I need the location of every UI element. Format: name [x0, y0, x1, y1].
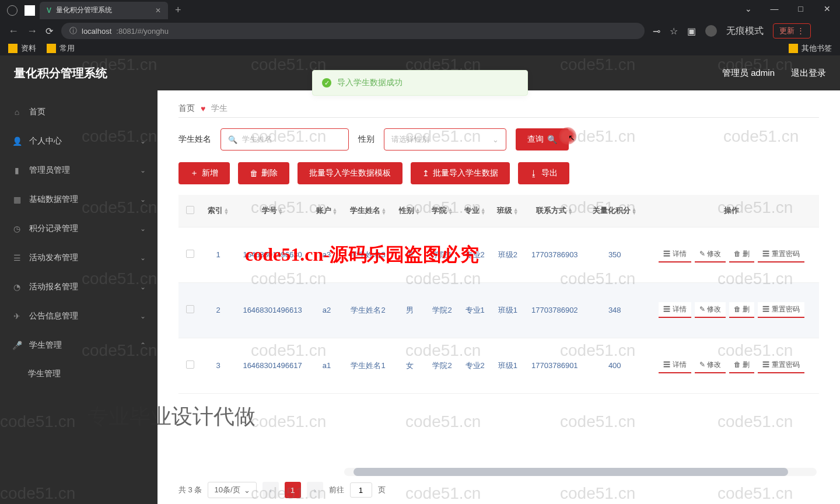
page-number[interactable]: 1 — [285, 482, 301, 498]
sort-icon[interactable]: ▲▼ — [382, 208, 387, 215]
export-button[interactable]: ⭳导出 — [518, 162, 569, 184]
edit-button[interactable]: ✎ 修改 — [695, 302, 726, 318]
chevron-down-icon[interactable]: ⌄ — [735, 0, 761, 18]
table-header[interactable]: 学生姓名▲▼ — [343, 195, 393, 227]
close-tab-icon[interactable]: ✕ — [155, 6, 161, 15]
horizontal-scrollbar[interactable] — [344, 468, 817, 476]
tab-placeholder-icon[interactable] — [24, 5, 35, 16]
template-button[interactable]: 批量导入学生数据模板 — [298, 162, 402, 184]
table-header[interactable]: 专业▲▼ — [459, 195, 491, 227]
address-bar: ← → ⟳ ⓘ localhost:8081/#/yonghu ⊸ ☆ ▣ 无痕… — [0, 20, 840, 41]
detail-button[interactable]: ☰ 详情 — [659, 247, 691, 262]
reset-pwd-button[interactable]: ☰ 重置密码 — [758, 302, 804, 318]
other-bookmarks[interactable]: 其他书签 — [789, 43, 832, 54]
cell-major: 专业2 — [459, 338, 491, 393]
row-checkbox[interactable] — [186, 360, 194, 369]
breadcrumb-home[interactable]: 首页 — [178, 103, 195, 114]
name-input[interactable]: 🔍 学生姓名 — [220, 128, 349, 150]
add-button[interactable]: ＋新增 — [178, 162, 230, 184]
sidebar-item[interactable]: 👤个人中心⌄ — [0, 127, 158, 156]
table-header[interactable]: 联系方式▲▼ — [524, 195, 585, 227]
sidebar-subitem[interactable]: 学生管理 — [0, 360, 158, 388]
sort-icon[interactable]: ▲▼ — [632, 208, 637, 215]
sort-icon[interactable]: ▲▼ — [568, 208, 573, 215]
download-icon: ⭳ — [530, 169, 538, 178]
row-delete-button[interactable]: 🗑 删 — [729, 247, 754, 262]
edit-button[interactable]: ✎ 修改 — [695, 358, 726, 373]
logout-button[interactable]: 退出登录 — [791, 68, 826, 79]
sidebar-item[interactable]: ▦基础数据管理⌄ — [0, 185, 158, 214]
reset-pwd-button[interactable]: ☰ 重置密码 — [758, 247, 804, 262]
sidebar-item[interactable]: ◔活动报名管理⌄ — [0, 272, 158, 302]
row-checkbox[interactable] — [186, 250, 194, 258]
filter-name-label: 学生姓名 — [178, 134, 211, 145]
cell-ops: ☰ 详情 ✎ 修改 🗑 删 ☰ 重置密码 — [644, 227, 819, 282]
sidebar-item[interactable]: ▮管理员管理⌄ — [0, 156, 158, 185]
sort-icon[interactable]: ▲▼ — [415, 208, 421, 215]
row-delete-button[interactable]: 🗑 删 — [729, 358, 754, 373]
url-input[interactable]: ⓘ localhost:8081/#/yonghu — [61, 23, 645, 39]
update-button[interactable]: 更新 ⋮ — [773, 23, 811, 38]
new-tab-icon[interactable]: + — [175, 4, 181, 16]
maximize-icon[interactable]: □ — [788, 0, 814, 18]
extensions-icon[interactable]: ▣ — [687, 26, 696, 37]
reload-icon[interactable]: ⟳ — [46, 26, 53, 37]
table-header[interactable]: 操作 — [644, 195, 819, 227]
back-icon[interactable]: ← — [8, 25, 19, 37]
jump-input[interactable] — [350, 482, 372, 498]
cell-index: 2 — [202, 282, 235, 338]
next-page-button[interactable]: › — [307, 482, 323, 498]
gender-select[interactable]: 请选择性别 ⌄ — [384, 128, 506, 150]
sort-icon[interactable]: ▲▼ — [448, 208, 453, 215]
folder-icon — [47, 44, 56, 53]
edit-button[interactable]: ✎ 修改 — [695, 247, 726, 262]
sort-icon[interactable]: ▲▼ — [224, 208, 229, 215]
forward-icon[interactable]: → — [27, 25, 37, 37]
sidebar-item[interactable]: ✈公告信息管理⌄ — [0, 302, 158, 331]
table-header[interactable]: 性别▲▼ — [393, 195, 426, 227]
close-window-icon[interactable]: ✕ — [814, 0, 840, 18]
reset-pwd-button[interactable]: ☰ 重置密码 — [758, 358, 804, 373]
table-header[interactable]: 索引▲▼ — [202, 195, 235, 227]
table-header[interactable]: 班级▲▼ — [491, 195, 524, 227]
import-button[interactable]: ↥批量导入学生数据 — [411, 162, 510, 184]
row-checkbox[interactable] — [186, 305, 194, 313]
sort-icon[interactable]: ▲▼ — [481, 208, 486, 215]
prev-page-button[interactable]: ‹ — [262, 482, 279, 498]
browser-tab[interactable]: V 量化积分管理系统 ✕ — [40, 2, 168, 19]
sidebar-item[interactable]: 🎤学生管理⌃ — [0, 331, 158, 360]
bookmark-item[interactable]: 资料 — [8, 43, 36, 54]
minimize-icon[interactable]: — — [761, 0, 788, 18]
browser-logo-icon[interactable] — [7, 5, 18, 16]
detail-button[interactable]: ☰ 详情 — [659, 302, 691, 318]
table-header[interactable]: 学院▲▼ — [426, 195, 459, 227]
delete-button[interactable]: 🗑删除 — [238, 162, 289, 184]
sort-icon[interactable]: ▲▼ — [513, 208, 519, 215]
bookmark-item[interactable]: 常用 — [47, 43, 75, 54]
key-icon[interactable]: ⊸ — [653, 26, 660, 37]
table-header[interactable]: 学号▲▼ — [235, 195, 310, 227]
table-header[interactable]: 账户▲▼ — [310, 195, 343, 227]
sort-icon[interactable]: ▲▼ — [278, 208, 284, 215]
sidebar-item-label: 首页 — [29, 107, 46, 117]
star-icon[interactable]: ☆ — [670, 26, 678, 37]
row-delete-button[interactable]: 🗑 删 — [729, 302, 754, 318]
cell-index: 3 — [202, 338, 235, 393]
sidebar-item-label: 积分记录管理 — [29, 223, 78, 234]
cell-tel: 17703786902 — [524, 282, 585, 338]
chevron-icon: ⌄ — [140, 166, 146, 174]
jump-prefix: 前往 — [329, 485, 344, 495]
check-icon: ✓ — [322, 78, 331, 88]
sidebar-item[interactable]: ☰活动发布管理⌄ — [0, 243, 158, 272]
detail-button[interactable]: ☰ 详情 — [659, 358, 691, 373]
sort-icon[interactable]: ▲▼ — [332, 208, 338, 215]
select-all-checkbox[interactable] — [186, 206, 194, 214]
sidebar-item[interactable]: ⌂首页 — [0, 97, 158, 127]
page-size-select[interactable]: 10条/页⌄ — [208, 482, 256, 498]
current-user[interactable]: 管理员 admin — [722, 68, 775, 79]
breadcrumb: 首页 ♥ 学生 — [178, 103, 819, 114]
table-header[interactable]: 关量化积分▲▼ — [585, 195, 644, 227]
sidebar-item[interactable]: ◷积分记录管理⌄ — [0, 214, 158, 243]
menu-icon: ✈ — [12, 312, 22, 321]
folder-icon — [789, 44, 798, 53]
